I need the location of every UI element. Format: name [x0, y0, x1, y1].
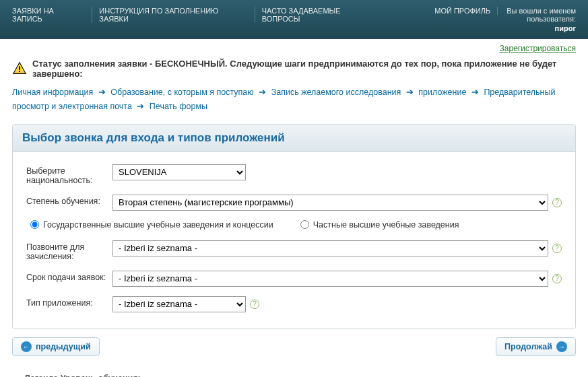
legend: Легенда Уровень обучения: Первый уровень…: [12, 372, 576, 378]
next-button-label: Продолжай: [504, 342, 552, 351]
chevron-right-icon: ➔: [471, 85, 479, 100]
nav-link-profile[interactable]: МОЙ ПРОФИЛЬ: [434, 7, 498, 15]
arrow-left-icon: ←: [21, 341, 32, 352]
help-icon[interactable]: ?: [250, 300, 259, 309]
panel-title: Выбор звонка для входа и типов приложени…: [13, 125, 575, 152]
nav-link-instructions[interactable]: ИНСТРУКЦИЯ ПО ЗАПОЛНЕНИЮ ЗАЯВКИ: [92, 7, 255, 23]
chevron-right-icon: ➔: [98, 85, 106, 100]
radio-state-label: Государственные высшие учебные заведения…: [43, 220, 273, 230]
help-icon[interactable]: ?: [552, 244, 562, 253]
status-row: Статус заполнения заявки - БЕСКОНЕЧНЫЙ. …: [12, 59, 576, 79]
nav-buttons: ← предыдущий Продолжай →: [12, 337, 576, 356]
nav-link-faq[interactable]: ЧАСТО ЗАДАВАЕМЫЕ ВОПРОСЫ: [255, 7, 386, 23]
register-row: Зарегистрироваться: [0, 39, 588, 55]
chevron-right-icon: ➔: [259, 85, 266, 100]
call-label: Позвоните для зачисления:: [26, 240, 112, 261]
deadline-label: Срок подачи заявок:: [26, 271, 112, 282]
arrow-right-icon: →: [556, 341, 567, 352]
crumb-education[interactable]: Образование, с которым я поступаю: [110, 88, 253, 97]
crumb-study[interactable]: Запись желаемого исследования: [271, 88, 401, 97]
crumb-personal[interactable]: Личная информация: [12, 88, 93, 97]
topnav-user: МОЙ ПРОФИЛЬ Вы вошли с именем пользовате…: [386, 7, 576, 32]
radio-private-label: Частные высшие учебные заведения: [313, 220, 459, 230]
nationality-select[interactable]: SLOVENIJA: [112, 164, 246, 180]
prev-button-label: предыдущий: [36, 342, 91, 351]
call-select[interactable]: - Izberi iz seznama -: [112, 240, 548, 256]
register-link[interactable]: Зарегистрироваться: [500, 44, 576, 53]
topnav-links: ЗАЯВКИ НА ЗАПИСЬ ИНСТРУКЦИЯ ПО ЗАПОЛНЕНИ…: [12, 7, 386, 23]
svg-rect-0: [19, 66, 20, 70]
level-label: Степень обучения:: [26, 195, 112, 206]
chevron-right-icon: ➔: [406, 85, 414, 100]
nationality-label: Выберите национальность:: [26, 164, 112, 185]
next-button[interactable]: Продолжай →: [496, 337, 576, 356]
username: пирог: [386, 24, 576, 32]
crumb-application[interactable]: приложение: [418, 88, 466, 97]
status-text: Статус заполнения заявки - БЕСКОНЕЧНЫЙ. …: [32, 59, 576, 79]
radio-private-input[interactable]: [300, 220, 309, 229]
radio-state-input[interactable]: [30, 220, 39, 229]
breadcrumb: Личная информация ➔ Образование, с котор…: [12, 85, 576, 114]
crumb-print[interactable]: Печать формы: [150, 102, 207, 111]
warning-icon: [12, 61, 27, 76]
help-icon[interactable]: ?: [552, 198, 562, 207]
level-select[interactable]: Вторая степень (магистерские программы): [112, 195, 548, 211]
institution-type-radios: Государственные высшие учебные заведения…: [30, 220, 562, 230]
radio-state[interactable]: Государственные высшие учебные заведения…: [30, 220, 273, 230]
logged-as-label: Вы вошли с именем пользователя:: [500, 7, 576, 23]
form-panel: Выбор звонка для входа и типов приложени…: [12, 124, 576, 329]
svg-rect-1: [19, 71, 20, 72]
radio-private[interactable]: Частные высшие учебные заведения: [300, 220, 459, 230]
legend-title: Легенда Уровень обучения:: [24, 372, 564, 378]
chevron-right-icon: ➔: [137, 100, 144, 114]
top-navigation: ЗАЯВКИ НА ЗАПИСЬ ИНСТРУКЦИЯ ПО ЗАПОЛНЕНИ…: [0, 0, 588, 39]
prev-button[interactable]: ← предыдущий: [12, 337, 100, 356]
apptype-select[interactable]: - Izberi iz seznama -: [112, 296, 246, 312]
deadline-select[interactable]: - Izberi iz seznama -: [112, 271, 548, 287]
help-icon[interactable]: ?: [552, 274, 562, 283]
nav-link-applications[interactable]: ЗАЯВКИ НА ЗАПИСЬ: [12, 7, 92, 23]
apptype-label: Тип приложения:: [26, 296, 112, 308]
